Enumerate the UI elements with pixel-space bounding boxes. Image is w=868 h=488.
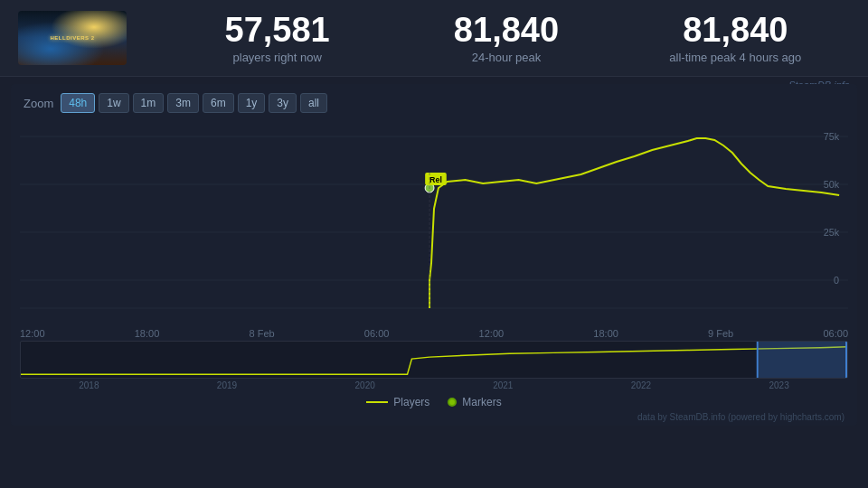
zoom-48h[interactable]: 48h — [61, 93, 95, 113]
x-label-2: 18:00 — [135, 328, 160, 339]
mini-chart-labels: 2018 2019 2020 2021 2022 2023 — [11, 380, 857, 390]
legend-markers-label: Markers — [462, 396, 501, 408]
alltime-peak-value: 81,840 — [683, 13, 788, 47]
svg-text:75k: 75k — [824, 131, 840, 142]
mini-chart-handle-right[interactable] — [845, 342, 847, 378]
legend-players-label: Players — [393, 396, 429, 408]
legend-players-line — [366, 401, 388, 403]
svg-text:0: 0 — [834, 275, 839, 286]
alltime-peak-label: all-time peak 4 hours ago — [669, 51, 801, 64]
x-label-8: 06:00 — [823, 328, 848, 339]
zoom-all[interactable]: all — [300, 93, 327, 113]
legend-markers: Markers — [448, 396, 501, 408]
mini-chart-svg — [21, 342, 847, 378]
game-thumbnail: HELLDIVERS 2 — [18, 11, 127, 65]
legend-bar: Players Markers — [11, 390, 857, 412]
rel-marker-text: Rel — [429, 175, 442, 184]
peak-24h-group: 81,840 24-hour peak — [425, 13, 588, 64]
game-logo: HELLDIVERS 2 — [50, 35, 94, 41]
mini-label-2018: 2018 — [79, 380, 99, 390]
mini-label-2023: 2023 — [769, 380, 788, 390]
current-players-group: 57,581 players right now — [196, 13, 359, 64]
stats-container: 57,581 players right now 81,840 24-hour … — [163, 13, 850, 64]
bottom-credit: data by SteamDB.info (powered by highcha… — [11, 412, 857, 426]
chart-line — [429, 138, 839, 308]
current-players-label: players right now — [233, 51, 322, 64]
alltime-peak-group: 81,840 all-time peak 4 hours ago — [654, 13, 816, 64]
legend-players: Players — [366, 396, 429, 408]
mini-label-2020: 2020 — [355, 380, 375, 390]
zoom-1m[interactable]: 1m — [133, 93, 165, 113]
x-label-1: 12:00 — [20, 328, 45, 339]
x-label-6: 18:00 — [593, 328, 618, 339]
mini-chart-selection — [759, 342, 847, 378]
mini-chart-handle-left[interactable] — [757, 342, 759, 378]
mini-chart-line — [21, 347, 847, 374]
mini-label-2019: 2019 — [217, 380, 237, 390]
peak-24h-value: 81,840 — [454, 13, 559, 47]
mini-label-2022: 2022 — [631, 380, 651, 390]
legend-markers-dot — [448, 398, 457, 407]
chart-section: Zoom 48h 1w 1m 3m 6m 1y 3y all 75k 50k 2… — [11, 84, 857, 426]
top-bar: HELLDIVERS 2 57,581 players right now 81… — [0, 0, 868, 77]
svg-text:50k: 50k — [824, 179, 840, 190]
zoom-bar: Zoom 48h 1w 1m 3m 6m 1y 3y all — [11, 84, 857, 118]
mini-label-2021: 2021 — [493, 380, 513, 390]
mini-chart-section — [20, 341, 848, 379]
peak-24h-label: 24-hour peak — [472, 51, 542, 64]
x-label-5: 12:00 — [479, 328, 505, 339]
zoom-1w[interactable]: 1w — [99, 93, 128, 113]
x-label-3: 8 Feb — [250, 328, 275, 339]
zoom-label: Zoom — [24, 97, 53, 110]
svg-text:25k: 25k — [824, 227, 840, 238]
x-axis-labels: 12:00 18:00 8 Feb 06:00 12:00 18:00 9 Fe… — [11, 326, 857, 339]
main-chart-svg: 75k 50k 25k 0 Rel — [20, 118, 848, 326]
current-players-value: 57,581 — [225, 13, 330, 47]
zoom-1y[interactable]: 1y — [238, 93, 266, 113]
zoom-6m[interactable]: 6m — [203, 93, 234, 113]
zoom-3m[interactable]: 3m — [167, 93, 199, 113]
x-label-4: 06:00 — [364, 328, 390, 339]
zoom-3y[interactable]: 3y — [269, 93, 297, 113]
main-chart-area: 75k 50k 25k 0 Rel — [20, 118, 848, 326]
x-label-7: 9 Feb — [708, 328, 733, 339]
